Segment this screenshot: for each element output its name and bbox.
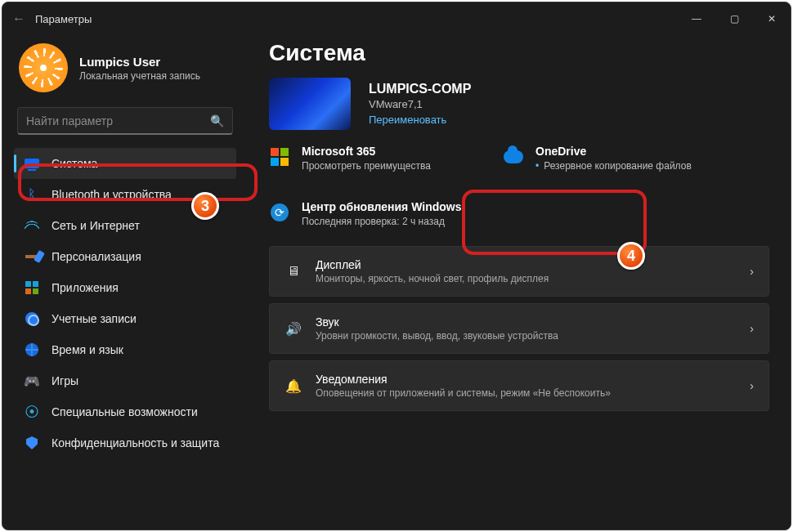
chevron-right-icon: ›: [750, 379, 754, 392]
sync-icon: ⟳: [271, 203, 289, 221]
profile-name: Lumpics User: [79, 55, 200, 69]
settings-window: ← Параметры — ▢ ✕ Lumpics User Локальная…: [2, 2, 791, 530]
search-icon: 🔍: [210, 114, 224, 127]
shield-icon: [24, 435, 40, 451]
card-notify-sub: Оповещения от приложений и системы, режи…: [316, 387, 611, 399]
nav-item-access[interactable]: ⦿Специальные возможности: [14, 396, 236, 427]
device-block: LUMPICS-COMP VMware7,1 Переименовать: [269, 78, 769, 130]
nav-item-label: Персонализация: [52, 250, 141, 263]
display-icon: 🖥: [284, 262, 302, 280]
avatar: [19, 43, 68, 92]
tile-update-sub: Последняя проверка: 2 ч назад: [302, 215, 462, 228]
nav-item-label: Игры: [52, 374, 78, 387]
nav-item-label: Конфиденциальность и защита: [52, 436, 219, 449]
card-notifications[interactable]: 🔔 Уведомления Оповещения от приложений и…: [269, 360, 769, 411]
nav-item-game[interactable]: 🎮Игры: [14, 365, 236, 396]
profile-sub: Локальная учетная запись: [79, 70, 200, 82]
nav-item-monitor[interactable]: Система: [14, 148, 236, 179]
monitor-icon: [24, 155, 40, 172]
bell-icon: 🔔: [284, 377, 302, 395]
brush-icon: [24, 248, 40, 265]
nav-item-shield[interactable]: Конфиденциальность и защита: [14, 427, 236, 458]
apps-icon: [24, 279, 40, 296]
game-icon: 🎮: [24, 373, 40, 389]
globe-icon: [24, 342, 40, 358]
nav-item-label: Учетные записи: [52, 312, 137, 325]
wifi-icon: [24, 217, 40, 234]
card-sound-title: Звук: [316, 315, 558, 329]
main-panel: Система LUMPICS-COMP VMware7,1 Переимено…: [248, 35, 791, 530]
device-model: VMware7,1: [369, 98, 471, 110]
back-button[interactable]: ←: [2, 11, 35, 26]
rename-link[interactable]: Переименовать: [369, 114, 446, 126]
close-button[interactable]: ✕: [753, 7, 791, 31]
chevron-right-icon: ›: [750, 265, 754, 278]
card-notify-title: Уведомления: [316, 373, 611, 386]
tile-ms365-title: Microsoft 365: [302, 145, 431, 158]
titlebar: ← Параметры — ▢ ✕: [2, 2, 791, 35]
profile-block[interactable]: Lumpics User Локальная учетная запись: [14, 43, 236, 102]
tile-windows-update[interactable]: ⟳ Центр обновления Windows Последняя про…: [269, 197, 563, 231]
tile-onedrive[interactable]: OneDrive Резервное копирование файлов: [503, 141, 715, 176]
chevron-right-icon: ›: [750, 322, 754, 335]
tile-ms365-sub: Просмотреть преимущества: [302, 159, 431, 172]
card-sound-sub: Уровни громкости, вывод, ввод, звуковые …: [316, 330, 558, 342]
maximize-button[interactable]: ▢: [715, 7, 753, 31]
card-display-sub: Мониторы, яркость, ночной свет, профиль …: [316, 273, 549, 284]
bt-icon: ᛒ: [24, 186, 40, 203]
nav-item-user[interactable]: Учетные записи: [14, 303, 236, 334]
nav-item-label: Система: [52, 157, 97, 170]
tile-update-title: Центр обновления Windows: [302, 200, 462, 213]
device-thumbnail: [269, 78, 351, 130]
nav-item-label: Bluetooth и устройства: [52, 188, 172, 201]
window-title: Параметры: [35, 13, 92, 25]
nav-item-apps[interactable]: Приложения: [14, 272, 236, 303]
minimize-button[interactable]: —: [678, 7, 715, 31]
search-box[interactable]: 🔍: [17, 107, 233, 135]
nav-item-label: Сеть и Интернет: [52, 219, 140, 232]
access-icon: ⦿: [24, 404, 40, 420]
nav-item-globe[interactable]: Время и язык: [14, 334, 236, 365]
cloud-icon: [504, 150, 523, 163]
nav-item-label: Приложения: [52, 281, 119, 294]
user-icon: [24, 311, 40, 327]
annotation-badge-3: 3: [191, 192, 219, 220]
device-name: LUMPICS-COMP: [369, 82, 471, 96]
sound-icon: 🔊: [284, 320, 302, 338]
nav-item-label: Специальные возможности: [52, 405, 198, 418]
tile-onedrive-sub: Резервное копирование файлов: [535, 159, 692, 172]
nav-item-brush[interactable]: Персонализация: [14, 241, 236, 272]
page-title: Система: [269, 40, 769, 66]
annotation-badge-4: 4: [617, 242, 645, 270]
tile-ms365[interactable]: Microsoft 365 Просмотреть преимущества: [269, 141, 482, 176]
nav-item-label: Время и язык: [52, 343, 123, 356]
search-input[interactable]: [26, 114, 210, 127]
tile-onedrive-title: OneDrive: [535, 145, 692, 158]
sidebar: Lumpics User Локальная учетная запись 🔍 …: [2, 35, 248, 530]
card-display-title: Дисплей: [316, 258, 549, 271]
card-sound[interactable]: 🔊 Звук Уровни громкости, вывод, ввод, зв…: [269, 303, 769, 354]
card-display[interactable]: 🖥 Дисплей Мониторы, яркость, ночной свет…: [269, 246, 769, 297]
ms365-icon: [271, 148, 289, 166]
